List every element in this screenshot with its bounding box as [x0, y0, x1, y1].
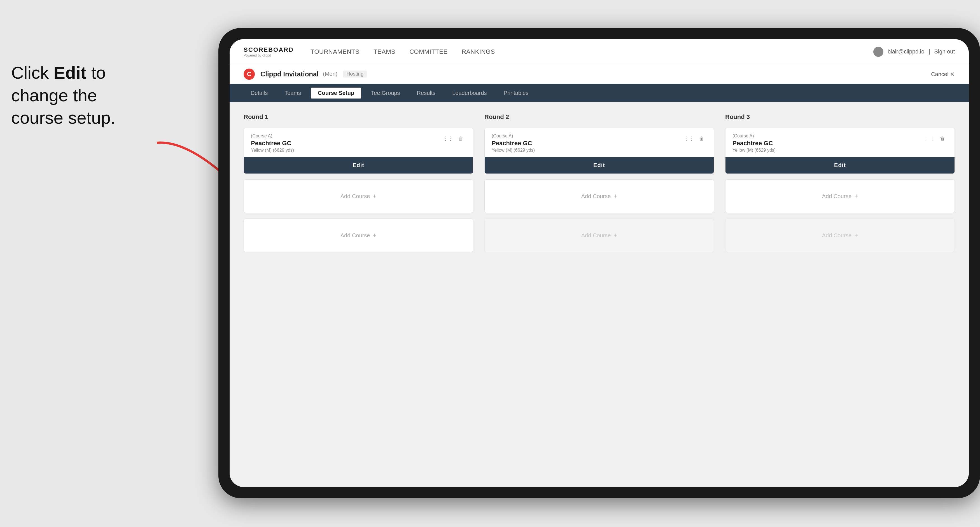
round-2-course-label: (Course A)	[492, 133, 535, 138]
event-gender: (Men)	[323, 71, 337, 77]
round-3-column: Round 3 (Course A) Peachtree GC Yellow (…	[725, 113, 955, 252]
logo-area: SCOREBOARD Powered by clippd	[243, 46, 294, 57]
round-2-drag-icon[interactable]: ⋮⋮	[684, 133, 694, 144]
event-bar: C Clippd Invitational (Men) Hosting Canc…	[230, 64, 969, 84]
round-1-delete-icon[interactable]: 🗑	[456, 133, 466, 144]
round-2-card-icons: ⋮⋮ 🗑	[684, 133, 707, 144]
round-1-title: Round 1	[243, 113, 473, 121]
round-1-drag-icon[interactable]: ⋮⋮	[443, 133, 453, 144]
round-2-course-details: Yellow (M) (6629 yds)	[492, 148, 535, 153]
nav-tournaments[interactable]: TOURNAMENTS	[310, 48, 360, 56]
round-1-edit-button[interactable]: Edit	[244, 157, 473, 173]
round-2-column: Round 2 (Course A) Peachtree GC Yellow (…	[484, 113, 714, 252]
logo-subtitle: Powered by clippd	[243, 54, 294, 57]
round-2-course-name: Peachtree GC	[492, 140, 535, 147]
avatar	[873, 47, 883, 57]
instruction-text: Click Edit tochange thecourse setup.	[0, 50, 162, 141]
round-3-add-course-2: Add Course +	[725, 219, 955, 252]
round-2-add-course-1[interactable]: Add Course +	[484, 179, 714, 213]
tab-bar: Details Teams Course Setup Tee Groups Re…	[230, 84, 969, 102]
round-2-course-header: (Course A) Peachtree GC Yellow (M) (6629…	[485, 128, 714, 157]
plus-icon-5: +	[854, 192, 858, 200]
round-2-course-card: (Course A) Peachtree GC Yellow (M) (6629…	[484, 128, 714, 174]
rounds-grid: Round 1 (Course A) Peachtree GC Yellow (…	[243, 113, 955, 252]
round-3-delete-icon[interactable]: 🗑	[937, 133, 948, 144]
plus-icon-2: +	[373, 232, 376, 239]
round-1-course-label: (Course A)	[251, 133, 294, 138]
round-2-edit-button[interactable]: Edit	[485, 157, 714, 173]
round-3-course-label: (Course A)	[732, 133, 776, 138]
round-2-add-course-2: Add Course +	[484, 219, 714, 252]
round-1-course-name: Peachtree GC	[251, 140, 294, 147]
logo-title: SCOREBOARD	[243, 46, 294, 54]
round-1-course-info: (Course A) Peachtree GC Yellow (M) (6629…	[251, 133, 294, 153]
plus-icon-1: +	[373, 192, 376, 200]
round-1-add-course-1[interactable]: Add Course +	[243, 179, 473, 213]
round-3-course-info: (Course A) Peachtree GC Yellow (M) (6629…	[732, 133, 776, 153]
round-1-column: Round 1 (Course A) Peachtree GC Yellow (…	[243, 113, 473, 252]
user-email: blair@clippd.io	[888, 48, 924, 55]
event-logo-icon: C	[243, 68, 255, 80]
round-1-add-course-2[interactable]: Add Course +	[243, 219, 473, 252]
round-1-course-details: Yellow (M) (6629 yds)	[251, 148, 294, 153]
nav-links: TOURNAMENTS TEAMS COMMITTEE RANKINGS	[310, 48, 873, 56]
event-status: Hosting	[343, 70, 367, 78]
plus-icon-3: +	[614, 192, 617, 200]
tab-leaderboards[interactable]: Leaderboards	[445, 87, 494, 98]
round-1-card-icons: ⋮⋮ 🗑	[443, 133, 466, 144]
bold-edit: Edit	[54, 63, 86, 82]
plus-icon-4: +	[614, 232, 617, 239]
tab-course-setup[interactable]: Course Setup	[311, 87, 361, 98]
user-area: blair@clippd.io | Sign out	[873, 47, 955, 57]
round-2-title: Round 2	[484, 113, 714, 121]
round-3-course-details: Yellow (M) (6629 yds)	[732, 148, 776, 153]
main-content: Round 1 (Course A) Peachtree GC Yellow (…	[230, 102, 969, 487]
round-1-course-header: (Course A) Peachtree GC Yellow (M) (6629…	[244, 128, 473, 157]
nav-rankings[interactable]: RANKINGS	[462, 48, 495, 56]
round-2-course-info: (Course A) Peachtree GC Yellow (M) (6629…	[492, 133, 535, 153]
event-title: Clippd Invitational	[260, 70, 319, 78]
tablet-device: SCOREBOARD Powered by clippd TOURNAMENTS…	[218, 28, 980, 498]
tab-details[interactable]: Details	[243, 87, 275, 98]
round-3-card-icons: ⋮⋮ 🗑	[924, 133, 948, 144]
round-3-course-header: (Course A) Peachtree GC Yellow (M) (6629…	[725, 128, 955, 157]
round-3-drag-icon[interactable]: ⋮⋮	[924, 133, 935, 144]
plus-icon-6: +	[854, 232, 858, 239]
separator: |	[929, 48, 930, 55]
tab-tee-groups[interactable]: Tee Groups	[364, 87, 407, 98]
tab-printables[interactable]: Printables	[497, 87, 536, 98]
round-3-course-card: (Course A) Peachtree GC Yellow (M) (6629…	[725, 128, 955, 174]
tab-results[interactable]: Results	[410, 87, 442, 98]
tab-teams[interactable]: Teams	[277, 87, 308, 98]
round-1-course-card: (Course A) Peachtree GC Yellow (M) (6629…	[243, 128, 473, 174]
cancel-button[interactable]: Cancel ✕	[931, 71, 955, 78]
round-3-title: Round 3	[725, 113, 955, 121]
round-3-add-course-1[interactable]: Add Course +	[725, 179, 955, 213]
round-3-edit-button[interactable]: Edit	[725, 157, 955, 173]
top-nav: SCOREBOARD Powered by clippd TOURNAMENTS…	[230, 39, 969, 64]
nav-teams[interactable]: TEAMS	[374, 48, 395, 56]
round-3-course-name: Peachtree GC	[732, 140, 776, 147]
sign-out-link[interactable]: Sign out	[934, 48, 955, 55]
round-2-delete-icon[interactable]: 🗑	[697, 133, 707, 144]
tablet-screen: SCOREBOARD Powered by clippd TOURNAMENTS…	[230, 39, 969, 487]
nav-committee[interactable]: COMMITTEE	[409, 48, 448, 56]
